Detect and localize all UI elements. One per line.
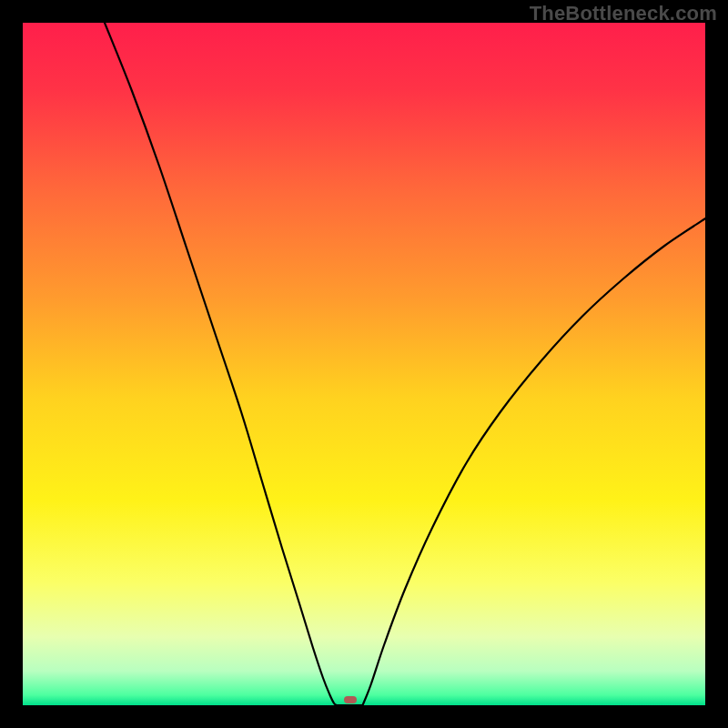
optimum-marker: [344, 696, 357, 703]
bottleneck-curve: [23, 23, 705, 705]
watermark-label: TheBottleneck.com: [530, 2, 717, 25]
plot-area: [23, 23, 705, 705]
chart-frame: TheBottleneck.com: [0, 0, 728, 728]
